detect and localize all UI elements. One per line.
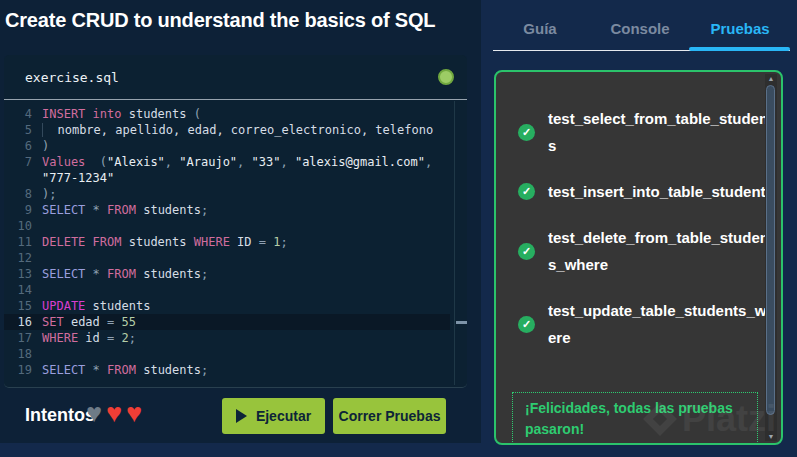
line-number: 12	[4, 250, 32, 266]
scrollbar-thumb[interactable]	[766, 85, 775, 415]
code-line[interactable]: 17WHERE id = 2;	[4, 330, 450, 346]
code-line[interactable]: 8);	[4, 186, 450, 202]
cursor-position-marker	[456, 321, 467, 324]
line-number: 18	[4, 346, 32, 362]
editor-header: exercise.sql	[4, 55, 467, 100]
code-line[interactable]: 11DELETE FROM students WHERE ID = 1;	[4, 234, 450, 250]
run-tests-button[interactable]: Correr Pruebas	[333, 398, 446, 434]
attempts-label: Intentos	[25, 405, 95, 426]
line-number: 9	[4, 202, 32, 218]
code-line[interactable]: 16SET edad = 55	[4, 314, 450, 330]
line-number: 19	[4, 362, 32, 378]
code-line[interactable]: 4INSERT into students (	[4, 106, 450, 122]
code-line[interactable]: 14	[4, 282, 450, 298]
editor-filename-tab[interactable]: exercise.sql	[25, 70, 119, 85]
tab-console[interactable]: Console	[590, 14, 690, 48]
scrollbar-up-arrow-icon[interactable]: ▲	[765, 75, 777, 82]
line-number: 17	[4, 330, 32, 346]
line-number: 6	[4, 138, 32, 154]
code-line[interactable]: 19SELECT * FROM students;	[4, 362, 450, 378]
test-result-item: ✓test_update_table_students_where	[518, 297, 781, 351]
run-button-label: Ejecutar	[256, 408, 311, 424]
code-line[interactable]: 7Values ("Alexis", "Araujo", "33", "alex…	[4, 154, 450, 170]
congratulations-box: ¡Felicidades, todas las pruebas pasaron!	[512, 392, 758, 444]
test-result-item: ✓test_insert_into_table_students	[518, 178, 781, 205]
code-line[interactable]: 5 nombre, apellido, edad, correo_electro…	[4, 122, 450, 138]
line-number: 10	[4, 218, 32, 234]
heart-icon: ♥	[106, 394, 122, 432]
scrollbar-down-arrow-icon[interactable]: ▼	[765, 433, 777, 440]
line-number: 8	[4, 186, 32, 202]
code-line[interactable]: 9SELECT * FROM students;	[4, 202, 450, 218]
heart-icon: ♥	[86, 394, 102, 432]
editor-status-dot-icon	[438, 69, 454, 85]
play-icon	[236, 409, 247, 423]
code-line[interactable]: 15UPDATE students	[4, 298, 450, 314]
code-line[interactable]: "777-1234"	[4, 170, 450, 186]
tests-results-panel: ✓test_select_from_table_students✓test_in…	[494, 70, 783, 445]
line-number: 7	[4, 154, 32, 170]
line-number: 4	[4, 106, 32, 122]
line-number: 11	[4, 234, 32, 250]
check-icon: ✓	[518, 183, 535, 200]
code-line[interactable]: 18	[4, 346, 450, 362]
code-editor: exercise.sql 4INSERT into students (5 no…	[4, 55, 467, 388]
test-name: test_update_table_students_where	[548, 297, 776, 351]
run-tests-button-label: Correr Pruebas	[339, 408, 441, 424]
heart-icon: ♥	[126, 394, 142, 432]
test-name: test_insert_into_table_students	[548, 178, 776, 205]
line-number: 14	[4, 282, 32, 298]
code-line[interactable]: 10	[4, 218, 450, 234]
right-panel-tabs: Guía Console Pruebas	[490, 14, 790, 48]
line-number: 15	[4, 298, 32, 314]
check-icon: ✓	[518, 243, 535, 260]
tab-pruebas[interactable]: Pruebas	[690, 14, 790, 48]
code-line[interactable]: 13SELECT * FROM students;	[4, 266, 450, 282]
test-name: test_delete_from_table_students_where	[548, 224, 776, 278]
page-title: Create CRUD to understand the basics of …	[5, 9, 475, 32]
check-icon: ✓	[518, 124, 535, 141]
tests-panel-scrollbar[interactable]: ▲ ▼	[765, 74, 777, 441]
code-area[interactable]: 4INSERT into students (5 nombre, apellid…	[4, 100, 467, 378]
line-number: 13	[4, 266, 32, 282]
test-result-item: ✓test_select_from_table_students	[518, 105, 781, 159]
line-number: 5	[4, 122, 32, 138]
active-tab-indicator	[689, 47, 790, 51]
test-name: test_select_from_table_students	[548, 105, 776, 159]
congratulations-message: ¡Felicidades, todas las pruebas pasaron!	[525, 398, 745, 440]
tab-guia[interactable]: Guía	[490, 14, 590, 48]
run-button[interactable]: Ejecutar	[222, 398, 325, 434]
line-number	[4, 170, 32, 186]
check-icon: ✓	[518, 316, 535, 333]
editor-overview-ruler[interactable]	[454, 101, 455, 385]
tests-list: ✓test_select_from_table_students✓test_in…	[496, 72, 781, 351]
test-result-item: ✓test_delete_from_table_students_where	[518, 224, 781, 278]
attempts-hearts: ♥♥♥	[86, 394, 142, 432]
line-number: 16	[4, 314, 32, 330]
code-line[interactable]: 12	[4, 250, 450, 266]
code-line[interactable]: 6)	[4, 138, 450, 154]
